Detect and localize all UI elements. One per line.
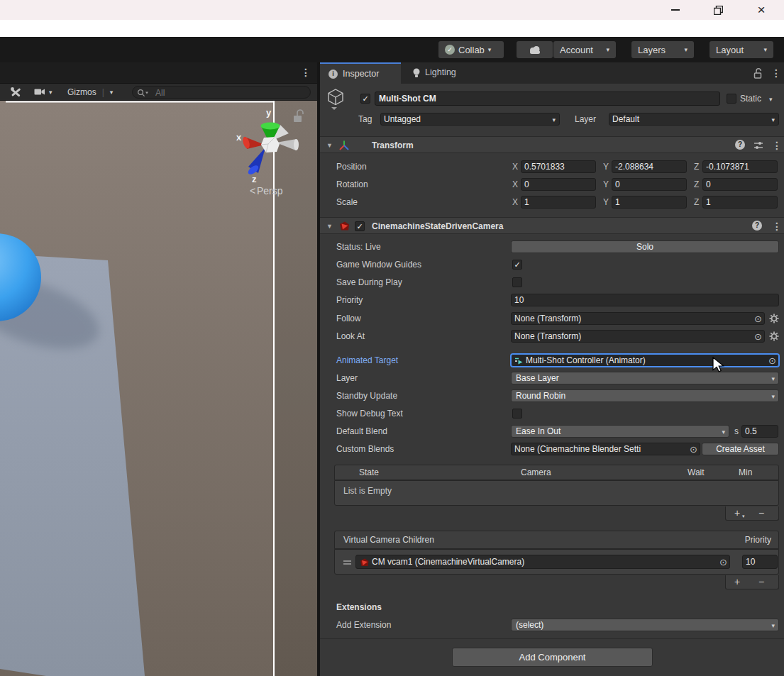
gizmos-dropdown[interactable]: Gizmos | ▾ xyxy=(67,84,113,101)
account-dropdown[interactable]: Account ▾ xyxy=(553,41,616,58)
scale-y-field[interactable]: 1 xyxy=(612,196,687,209)
min-column-header[interactable]: Min xyxy=(739,467,752,477)
static-checkbox[interactable] xyxy=(727,94,736,104)
scene-tools-button[interactable] xyxy=(10,87,23,101)
add-item-caret-icon[interactable]: ▾ xyxy=(742,513,745,520)
foldout-icon[interactable]: ▼ xyxy=(326,223,333,230)
axis-x-label[interactable]: X xyxy=(512,160,518,173)
cinemachine-icon xyxy=(359,558,370,567)
child-priority-field[interactable]: 10 xyxy=(742,555,778,569)
object-picker-icon[interactable]: ⊙ xyxy=(754,331,762,342)
lock-open-icon[interactable] xyxy=(753,68,763,79)
foldout-icon[interactable]: ▼ xyxy=(326,143,333,149)
scene-camera-dropdown[interactable]: ▾ xyxy=(34,87,53,96)
inspector-menu-kebab-icon[interactable]: ⋮ xyxy=(771,68,781,78)
layer-caret-icon: ▾ xyxy=(771,116,775,123)
gameobject-active-checkbox[interactable]: ✓ xyxy=(360,94,370,104)
scene-menu-kebab-icon[interactable]: ⋮ xyxy=(301,67,311,77)
blend-time-field[interactable]: 0.5 xyxy=(741,425,778,438)
position-z-field[interactable]: -0.1073871 xyxy=(702,160,778,173)
state-column-header[interactable]: State xyxy=(359,467,379,477)
collab-button[interactable]: ✓ Collab ▾ xyxy=(438,41,504,58)
remove-item-button[interactable]: − xyxy=(758,507,764,519)
lookat-object-field[interactable]: None (Transform) ⊙ xyxy=(511,330,765,343)
tag-dropdown[interactable]: Untagged ▾ xyxy=(380,113,560,126)
object-picker-icon[interactable]: ⊙ xyxy=(754,314,762,324)
persp-arrow-icon[interactable]: < xyxy=(250,185,255,196)
child-camera-object-field[interactable]: CM vcam1 (CinemachineVirtualCamera) ⊙ xyxy=(355,555,730,569)
scene-view[interactable]: y x z < Persp xyxy=(0,101,317,676)
remove-child-button[interactable]: − xyxy=(758,576,764,587)
save-during-play-checkbox[interactable] xyxy=(512,277,522,287)
presets-icon[interactable] xyxy=(753,140,763,150)
persp-label[interactable]: Persp xyxy=(257,185,283,196)
static-caret-icon[interactable]: ▾ xyxy=(769,96,773,103)
component-enabled-checkbox[interactable]: ✓ xyxy=(355,221,365,231)
minimize-button[interactable] xyxy=(660,0,691,20)
axis-z-label[interactable]: Z xyxy=(694,160,699,173)
rotation-x-field[interactable]: 0 xyxy=(521,178,596,191)
solo-button[interactable]: Solo xyxy=(511,240,779,253)
axis-y-label[interactable]: Y xyxy=(603,196,609,209)
add-component-button[interactable]: Add Component xyxy=(452,648,653,667)
cm-layer-dropdown[interactable]: Base Layer ▾ xyxy=(511,372,779,384)
axis-y-label[interactable]: Y xyxy=(603,160,609,173)
help-icon[interactable]: ? xyxy=(735,140,745,150)
add-item-button[interactable]: + xyxy=(734,507,740,519)
follow-object-field[interactable]: None (Transform) ⊙ xyxy=(511,312,765,325)
axis-x-label[interactable]: X xyxy=(512,178,518,191)
scale-x-field[interactable]: 1 xyxy=(521,196,596,209)
layout-dropdown[interactable]: Layout ▾ xyxy=(710,41,773,58)
close-button[interactable]: × xyxy=(746,0,777,20)
priority-field[interactable]: 10 xyxy=(511,294,779,306)
game-window-guides-checkbox[interactable]: ✓ xyxy=(512,260,522,270)
axis-z-label[interactable]: Z xyxy=(694,178,699,191)
add-child-button[interactable]: + xyxy=(734,576,740,587)
cinemachine-header[interactable]: ▼ ✓ CinemachineStateDrivenCamera ? ⋮ xyxy=(320,217,784,234)
wait-column-header[interactable]: Wait xyxy=(688,467,705,477)
custom-blends-value: None (Cinemachine Blender Setti xyxy=(514,444,641,454)
cloud-button[interactable] xyxy=(517,41,553,58)
standby-update-dropdown[interactable]: Round Robin ▾ xyxy=(511,389,779,402)
axis-x-label[interactable]: X xyxy=(512,196,518,209)
animated-target-object-field[interactable]: Multi-Shot Controller (Animator) ⊙ xyxy=(511,354,779,367)
gameobject-cube-icon[interactable] xyxy=(327,88,348,111)
position-y-field[interactable]: -2.088634 xyxy=(612,160,687,173)
scene-search-input[interactable] xyxy=(154,87,306,99)
gear-icon[interactable] xyxy=(769,331,779,341)
layers-dropdown[interactable]: Layers ▾ xyxy=(631,41,694,58)
dropdown-caret-icon: ▾ xyxy=(771,375,775,382)
tab-lighting[interactable]: Lighting xyxy=(401,62,475,84)
state-table-header: State Camera Wait Min xyxy=(334,465,779,480)
axis-y-label[interactable]: Y xyxy=(603,178,609,191)
default-blend-dropdown[interactable]: Ease In Out ▾ xyxy=(511,425,729,438)
scene-search-field[interactable] xyxy=(132,86,311,99)
axis-z-label[interactable]: Z xyxy=(694,196,699,209)
object-picker-icon[interactable]: ⊙ xyxy=(768,355,776,366)
rotation-label: Rotation xyxy=(336,178,368,191)
create-asset-button[interactable]: Create Asset xyxy=(702,443,779,455)
gameobject-name-field[interactable] xyxy=(375,92,720,106)
custom-blends-object-field[interactable]: None (Cinemachine Blender Setti ⊙ xyxy=(511,443,700,455)
rotation-y-field[interactable]: 0 xyxy=(612,178,687,191)
object-picker-icon[interactable]: ⊙ xyxy=(719,557,727,567)
tab-inspector[interactable]: i Inspector xyxy=(320,62,401,84)
camera-column-header[interactable]: Camera xyxy=(521,467,551,477)
component-menu-kebab-icon[interactable]: ⋮ xyxy=(772,221,782,231)
account-caret-icon: ▾ xyxy=(606,46,609,53)
object-picker-icon[interactable]: ⊙ xyxy=(690,444,697,455)
game-window-guides-label: Game Window Guides xyxy=(336,258,421,271)
transform-header[interactable]: ▼ Transform ? ⋮ xyxy=(320,136,784,153)
show-debug-text-checkbox[interactable] xyxy=(512,409,522,419)
add-extension-dropdown[interactable]: (select) ▾ xyxy=(511,619,779,631)
list-empty-label: List is Empty xyxy=(343,484,392,497)
scene-view-toolbar: ▾ Gizmos | ▾ xyxy=(0,84,317,101)
gear-icon[interactable] xyxy=(769,314,779,323)
layer-dropdown[interactable]: Default ▾ xyxy=(609,113,779,126)
restore-button[interactable] xyxy=(702,0,734,20)
help-icon[interactable]: ? xyxy=(752,221,762,231)
position-x-field[interactable]: 0.5701833 xyxy=(521,160,596,173)
component-menu-kebab-icon[interactable]: ⋮ xyxy=(772,140,782,150)
scale-z-field[interactable]: 1 xyxy=(702,196,778,209)
rotation-z-field[interactable]: 0 xyxy=(702,178,778,191)
